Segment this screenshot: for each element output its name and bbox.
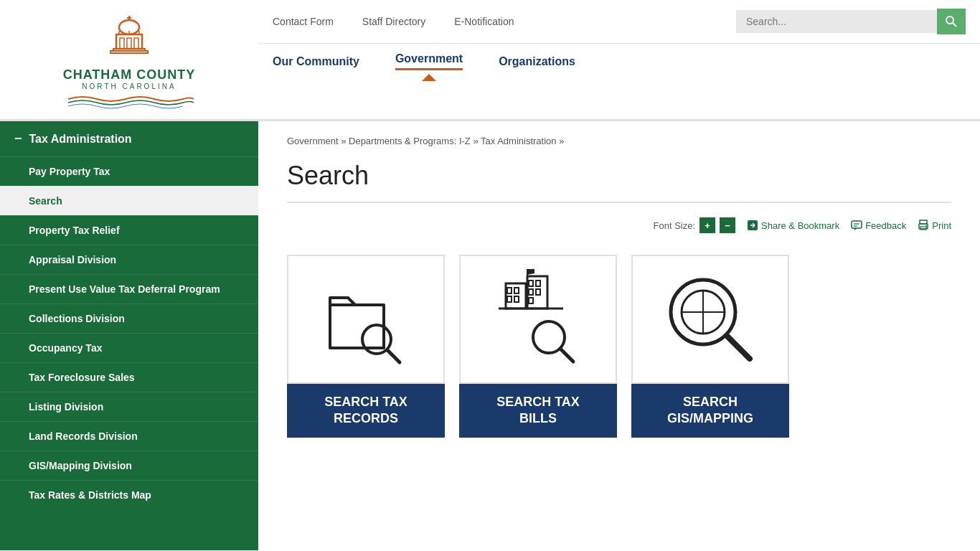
sidebar: − Tax Administration Pay Property Tax Se… xyxy=(0,121,258,550)
sidebar-item-pay-property-tax[interactable]: Pay Property Tax xyxy=(0,156,258,186)
sidebar-item-gis-mapping[interactable]: GIS/Mapping Division xyxy=(0,451,258,480)
svg-rect-28 xyxy=(507,288,512,293)
search-tax-bills-label: SEARCH TAXBILLS xyxy=(459,384,617,438)
svg-line-44 xyxy=(727,336,750,359)
svg-rect-35 xyxy=(529,289,533,295)
search-bar-top xyxy=(736,9,966,34)
svg-rect-31 xyxy=(514,296,519,302)
breadcrumb-government[interactable]: Government xyxy=(287,136,339,146)
sidebar-item-property-tax-relief[interactable]: Property Tax Relief xyxy=(0,215,258,245)
svg-rect-34 xyxy=(536,281,540,286)
print-link[interactable]: Print xyxy=(918,220,951,231)
sidebar-section-title: Tax Administration xyxy=(29,133,132,146)
logo-county-name: Chatham County xyxy=(63,67,196,83)
svg-rect-5 xyxy=(127,38,131,49)
breadcrumb: Government » Departments & Programs: I-Z… xyxy=(287,136,951,146)
search-input[interactable] xyxy=(736,10,937,33)
sidebar-item-occupancy-tax[interactable]: Occupancy Tax xyxy=(0,333,258,362)
svg-rect-6 xyxy=(134,38,138,49)
breadcrumb-departments[interactable]: Departments & Programs: I-Z xyxy=(349,136,471,146)
svg-line-13 xyxy=(953,23,956,27)
search-tax-bills-card[interactable]: SEARCH TAXBILLS xyxy=(459,255,617,438)
logo-area: Chatham County North Carolina xyxy=(0,0,258,119)
svg-rect-30 xyxy=(507,296,512,302)
logo: Chatham County North Carolina xyxy=(63,7,196,112)
card-icon-tax-bills xyxy=(459,255,617,384)
font-size-decrease[interactable]: − xyxy=(720,217,735,233)
svg-line-40 xyxy=(560,349,573,362)
svg-rect-33 xyxy=(529,281,533,286)
search-tax-records-label: SEARCH TAXRECORDS xyxy=(287,384,445,438)
header: Chatham County North Carolina Contact Fo… xyxy=(0,0,980,121)
font-size-label: Font Size: xyxy=(654,220,696,231)
header-right: Contact Form Staff Directory E-Notificat… xyxy=(258,0,980,119)
sidebar-item-search[interactable]: Search xyxy=(0,186,258,215)
feedback-label: Feedback xyxy=(865,220,906,231)
svg-rect-37 xyxy=(529,298,533,303)
organizations-link[interactable]: Organizations xyxy=(499,55,575,68)
search-cards: SEARCH TAXRECORDS xyxy=(287,255,951,438)
print-label: Print xyxy=(932,220,951,231)
government-link[interactable]: Government xyxy=(395,52,463,70)
sidebar-item-collections-division[interactable]: Collections Division xyxy=(0,303,258,333)
search-icon xyxy=(946,16,957,27)
svg-line-26 xyxy=(387,350,400,362)
share-label: Share & Bookmark xyxy=(761,220,839,231)
svg-rect-4 xyxy=(120,38,124,49)
font-size-group: Font Size: + − xyxy=(654,217,736,233)
main-nav: Our Community Government Organizations xyxy=(258,44,980,79)
sidebar-item-present-use-value[interactable]: Present Use Value Tax Deferral Program xyxy=(0,274,258,303)
main-content: Government » Departments & Programs: I-Z… xyxy=(258,121,980,550)
nav-indicator xyxy=(422,74,436,81)
svg-point-12 xyxy=(946,17,953,24)
page-layout: − Tax Administration Pay Property Tax Se… xyxy=(0,121,980,550)
share-icon xyxy=(747,220,758,231)
breadcrumb-tax-admin[interactable]: Tax Administration xyxy=(481,136,557,146)
sidebar-item-listing-division[interactable]: Listing Division xyxy=(0,392,258,421)
print-icon xyxy=(918,220,929,231)
sidebar-item-tax-foreclosure[interactable]: Tax Foreclosure Sales xyxy=(0,362,258,392)
feedback-link[interactable]: Feedback xyxy=(851,220,906,231)
top-nav: Contact Form Staff Directory E-Notificat… xyxy=(258,0,980,44)
toolbar: Font Size: + − Share & Bookmark xyxy=(287,217,951,233)
sidebar-item-land-records[interactable]: Land Records Division xyxy=(0,421,258,451)
folder-search-icon xyxy=(319,269,413,369)
gis-search-icon xyxy=(664,269,757,369)
svg-rect-18 xyxy=(852,221,862,228)
card-icon-tax-records xyxy=(287,255,445,384)
capitol-icon xyxy=(100,7,158,65)
wave-decoration xyxy=(65,93,194,109)
svg-rect-36 xyxy=(536,289,540,295)
share-bookmark-link[interactable]: Share & Bookmark xyxy=(747,220,839,231)
svg-marker-42 xyxy=(527,269,534,275)
search-button-top[interactable] xyxy=(937,9,966,34)
search-gis-label: SEARCHGIS/MAPPING xyxy=(631,384,789,438)
logo-state-name: North Carolina xyxy=(63,83,196,90)
e-notification-link[interactable]: E-Notification xyxy=(454,16,514,27)
svg-rect-8 xyxy=(110,51,148,53)
search-tax-records-card[interactable]: SEARCH TAXRECORDS xyxy=(287,255,445,438)
sidebar-item-tax-rates[interactable]: Tax Rates & Districts Map xyxy=(0,480,258,509)
staff-directory-link[interactable]: Staff Directory xyxy=(362,16,425,27)
page-title: Search xyxy=(287,161,951,203)
sidebar-dash: − xyxy=(14,131,22,146)
card-icon-gis-mapping xyxy=(631,255,789,384)
search-gis-mapping-card[interactable]: SEARCHGIS/MAPPING xyxy=(631,255,789,438)
svg-point-24 xyxy=(925,225,927,227)
our-community-link[interactable]: Our Community xyxy=(273,55,359,68)
contact-form-link[interactable]: Contact Form xyxy=(273,16,334,27)
feedback-icon xyxy=(851,220,862,231)
svg-rect-29 xyxy=(514,288,519,293)
sidebar-item-appraisal-division[interactable]: Appraisal Division xyxy=(0,245,258,274)
sidebar-section-header: − Tax Administration xyxy=(0,121,258,156)
font-size-increase[interactable]: + xyxy=(699,217,715,233)
bills-search-icon xyxy=(491,269,585,369)
